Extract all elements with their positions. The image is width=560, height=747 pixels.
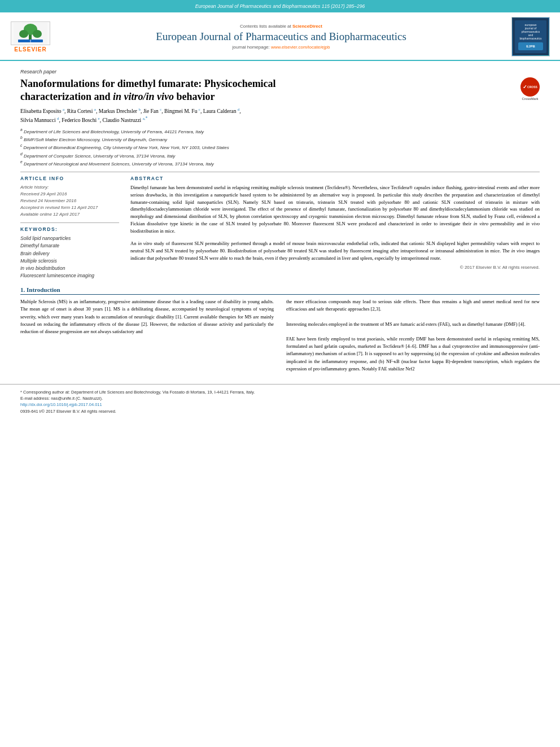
sciencedirect-link[interactable]: ScienceDirect [292, 24, 322, 29]
abstract-col: ABSTRACT Dimethyl fumarate has been demo… [130, 176, 540, 279]
article-history-label: Article history: [20, 184, 119, 191]
keyword-4: Multiple sclerosis [20, 257, 119, 265]
svg-text:EJPB: EJPB [526, 45, 535, 48]
journal-title: European Journal of Pharmaceutics and Bi… [156, 30, 406, 43]
authors-line1: Elisabetta Esposito a, Rita Cortesi a, M… [20, 107, 540, 125]
introduction-text-col1: Multiple Sclerosis (MS) is an inflammato… [20, 298, 274, 335]
affiliation-e: e Department of Neurological and Movemen… [20, 159, 540, 167]
sciencedirect-line: Contents lists available at ScienceDirec… [240, 24, 322, 29]
svg-text:biopharmaceutics: biopharmaceutics [519, 37, 542, 40]
paper-title-italic: in vitro/in vivo [113, 91, 174, 102]
available-date: Available online 12 April 2017 [20, 211, 119, 218]
footer-doi-link[interactable]: http://dx.doi.org/10.1016/j.ejpb.2017.04… [20, 402, 102, 407]
paper-title-part1: Nanoformulations for dimethyl fumarate: … [20, 78, 276, 89]
crossmark-label: CrossMark [520, 97, 540, 101]
journal-citation-bar: European Journal of Pharmaceutics and Bi… [0, 0, 560, 12]
homepage-link[interactable]: www.elsevier.com/locate/ejpb [271, 45, 330, 50]
revised-date: Revised 24 November 2016 [20, 198, 119, 204]
svg-point-3 [19, 30, 28, 38]
affiliations: a Department of Life Sciences and Biotec… [20, 127, 540, 167]
introduction-body: Multiple Sclerosis (MS) is an inflammato… [20, 298, 540, 373]
affiliation-d: d Department of Computer Science, Univer… [20, 151, 540, 159]
journal-citation-text: European Journal of Pharmaceutics and Bi… [195, 3, 365, 9]
header-divider [20, 172, 540, 172]
footer-issn: 0939-641 l/© 2017 Elsevier B.V. All righ… [20, 408, 540, 414]
footer-corresponding-author: * Corresponding author at: Department of… [20, 389, 540, 395]
introduction-col2: the more efficacious compounds may lead … [286, 298, 540, 373]
article-info-col: ARTICLE INFO Article history: Received 2… [20, 176, 119, 279]
page-footer: * Corresponding author at: Department of… [0, 384, 560, 418]
elsevier-brand-text: ELSEVIER [14, 46, 46, 53]
journal-homepage: journal homepage: www.elsevier.com/locat… [233, 45, 330, 50]
received-date: Received 29 April 2016 [20, 191, 119, 198]
affiliation-a: a Department of Life Sciences and Biotec… [20, 127, 540, 135]
abstract-paragraph-1: Dimethyl fumarate has been demonstrated … [130, 184, 540, 234]
introduction-heading: 1. Introduction [20, 286, 540, 295]
keyword-2: Dimethyl fumarate [20, 242, 119, 250]
keyword-1: Solid lipid nanoparticles [20, 235, 119, 242]
elsevier-logo: ELSEVIER [10, 21, 51, 53]
copyright-line: © 2017 Elsevier B.V. All rights reserved… [130, 265, 540, 270]
paper-title-row: Nanoformulations for dimethyl fumarate: … [20, 77, 540, 103]
paper-type-label: Research paper [20, 69, 540, 75]
article-info-heading: ARTICLE INFO [20, 176, 119, 181]
footer-doi: http://dx.doi.org/10.1016/j.ejpb.2017.04… [20, 401, 540, 408]
paper-title: Nanoformulations for dimethyl fumarate: … [20, 77, 520, 103]
page-wrapper: European Journal of Pharmaceutics and Bi… [0, 0, 560, 747]
crossmark-logo: ✓CROSS [520, 77, 540, 97]
paper-title-part2: characterization and in vitro/in vivo be… [20, 91, 215, 102]
journal-header-center: Contents lists available at ScienceDirec… [56, 24, 506, 50]
affiliation-c: c Department of Biomedical Engineering, … [20, 143, 540, 151]
keywords-divider [20, 222, 119, 223]
keyword-6: Fluorescent luminescence imaging [20, 272, 119, 279]
keyword-5: In vivo biodistribution [20, 265, 119, 272]
accepted-date: Accepted in revised form 11 April 2017 [20, 204, 119, 211]
crossmark-container: ✓CROSS CrossMark [520, 77, 540, 101]
introduction-col1: Multiple Sclerosis (MS) is an inflammato… [20, 298, 274, 373]
journal-logo-right: european journal of pharmaceutics and bi… [511, 17, 550, 56]
journal-header: ELSEVIER Contents lists available at Sci… [0, 12, 560, 61]
keywords-section: Keywords: Solid lipid nanoparticles Dime… [20, 226, 119, 279]
article-dates: Article history: Received 29 April 2016 … [20, 184, 119, 218]
svg-point-4 [33, 30, 42, 38]
footer-email: E-mail address: nas@unife.it (C. Nastruz… [20, 395, 540, 401]
abstract-paragraph-2: An in vitro study of fluorescent SLN per… [130, 240, 540, 261]
article-info-abstract-section: ARTICLE INFO Article history: Received 2… [20, 176, 540, 279]
introduction-text-col2: the more efficacious compounds may lead … [286, 298, 540, 373]
keywords-heading: Keywords: [20, 226, 119, 232]
elsevier-logo-image [11, 21, 50, 45]
affiliation-b: b BIMF/Soft Matter Electron Microscopy, … [20, 135, 540, 143]
content-area: Research paper Nanoformulations for dime… [0, 61, 560, 378]
keyword-3: Brain delivery [20, 250, 119, 257]
abstract-heading: ABSTRACT [130, 176, 540, 181]
